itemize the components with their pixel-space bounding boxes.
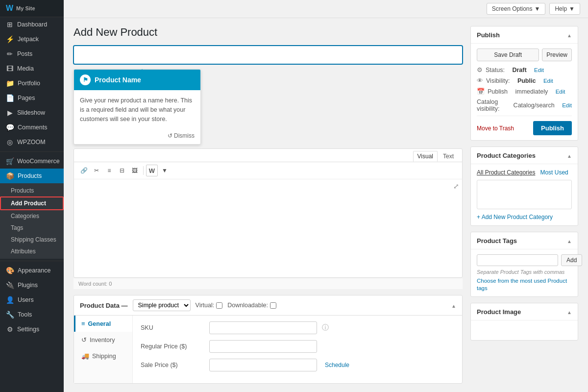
product-name-input[interactable] <box>74 46 463 64</box>
publish-time-icon: 📅 <box>477 88 485 95</box>
sidebar-item-plugins[interactable]: 🔌 Plugins <box>0 278 64 293</box>
screen-options-arrow: ▼ <box>535 5 540 12</box>
downloadable-checkbox[interactable] <box>270 302 276 309</box>
save-draft-button[interactable]: Save Draft <box>477 49 539 61</box>
data-tab-inventory[interactable]: ↺ Inventory <box>74 332 132 348</box>
tab-text[interactable]: Text <box>439 151 458 162</box>
sidebar-item-jetpack[interactable]: ⚡ Jetpack <box>0 32 64 47</box>
sidebar-item-settings[interactable]: ⚙ Settings <box>0 322 64 337</box>
users-icon: 👤 <box>6 296 14 304</box>
sidebar-item-tools[interactable]: 🔧 Tools <box>0 307 64 322</box>
sidebar: W My Site ⊞ Dashboard ⚡ Jetpack ✏ Posts … <box>0 0 64 392</box>
sidebar-item-slideshow[interactable]: ▶ Slideshow <box>0 105 64 120</box>
sidebar-item-appearance[interactable]: 🎨 Appearance <box>0 263 64 278</box>
sub-menu-item-add-product[interactable]: Add Product <box>0 196 64 210</box>
publish-button[interactable]: Publish <box>533 121 572 135</box>
categories-title: Product Categories <box>477 152 536 159</box>
wp-logo: W <box>6 4 13 13</box>
product-image-header[interactable]: Product Image <box>471 303 578 320</box>
catalog-edit-link[interactable]: Edit <box>562 102 572 108</box>
sidebar-item-users[interactable]: 👤 Users <box>0 293 64 307</box>
categories-box-header[interactable]: Product Categories <box>471 147 578 164</box>
tab-visual[interactable]: Visual <box>413 151 438 162</box>
tags-title: Product Tags <box>477 237 517 245</box>
product-image-toggle[interactable] <box>567 307 572 316</box>
sidebar-item-dashboard[interactable]: ⊞ Dashboard <box>0 17 64 32</box>
move-to-trash-link[interactable]: Move to Trash <box>477 125 514 132</box>
toolbar-table-btn[interactable]: ⊟ <box>116 165 128 176</box>
toolbar-w-btn[interactable]: W <box>146 165 158 176</box>
sidebar-item-pages[interactable]: 📄 Pages <box>0 91 64 105</box>
tags-hint: Separate Product Tags with commas <box>477 269 572 275</box>
sale-price-row: Sale Price ($) Schedule <box>141 359 454 371</box>
publish-toggle[interactable] <box>567 30 572 39</box>
categories-list-box[interactable] <box>477 180 572 209</box>
data-tab-general[interactable]: ≡ General <box>74 316 132 332</box>
sub-menu-item-all-products[interactable]: Products <box>0 185 64 196</box>
word-count-value: 0 <box>109 281 112 287</box>
product-type-select[interactable]: Simple product <box>133 299 191 311</box>
content-area: Add New Product ⚑ Product Name Give your… <box>64 18 588 392</box>
sub-menu-item-attributes[interactable]: Attributes <box>0 245 64 257</box>
screen-options-button[interactable]: Screen Options ▼ <box>487 3 546 15</box>
editor-maximize-btn[interactable]: ⤢ <box>453 182 459 190</box>
site-logo[interactable]: W My Site <box>0 0 64 17</box>
categories-toggle[interactable] <box>567 151 572 160</box>
sidebar-item-media[interactable]: 🎞 Media <box>0 61 64 76</box>
visibility-edit-link[interactable]: Edit <box>543 78 553 84</box>
sidebar-item-portfolio[interactable]: 📁 Portfolio <box>0 76 64 91</box>
word-count-label: Word count: <box>78 281 107 287</box>
catalog-label: Catalog visibility: <box>477 98 506 112</box>
tags-box-header[interactable]: Product Tags <box>471 232 578 249</box>
pages-icon: 📄 <box>6 94 14 102</box>
status-edit-link[interactable]: Edit <box>534 67 544 73</box>
product-image-body <box>471 320 578 340</box>
product-data-collapse[interactable] <box>451 302 456 309</box>
data-tab-shipping[interactable]: 🚚 Shipping <box>74 348 132 364</box>
editor-body[interactable]: ⤢ <box>74 179 462 277</box>
tags-toggle[interactable] <box>567 236 572 245</box>
visibility-label: Visibility: <box>486 77 510 84</box>
sidebar-label: Comments <box>18 124 47 131</box>
sidebar-item-wpzoom[interactable]: ◎ WPZOOM <box>0 135 64 149</box>
cat-tabs: All Product Categories Most Used <box>477 169 572 176</box>
comments-icon: 💬 <box>6 123 14 131</box>
sidebar-item-products[interactable]: 📦 Products <box>0 169 64 183</box>
help-button[interactable]: Help ▼ <box>549 3 580 15</box>
tooltip-dismiss-link[interactable]: ↺ Dismiss <box>168 132 195 139</box>
virtual-checkbox[interactable] <box>216 302 222 309</box>
sub-menu-item-categories[interactable]: Categories <box>0 210 64 222</box>
most-used-tags-link[interactable]: Choose from the most used Product tags <box>477 278 567 291</box>
sku-input[interactable] <box>209 321 317 334</box>
product-categories-box: Product Categories All Product Categorie… <box>470 147 578 226</box>
most-used-tab[interactable]: Most Used <box>540 169 568 176</box>
status-label: Status: <box>486 67 505 74</box>
all-categories-tab[interactable]: All Product Categories <box>477 169 535 176</box>
toolbar-cut-btn[interactable]: ✂ <box>91 165 102 176</box>
tooltip-title: Product Name <box>95 76 141 84</box>
tags-input[interactable] <box>477 254 558 266</box>
main-column: Add New Product ⚑ Product Name Give your… <box>74 26 463 384</box>
regular-price-input[interactable] <box>209 340 317 353</box>
toolbar-list-btn[interactable]: ≡ <box>103 165 115 176</box>
sub-menu-item-tags[interactable]: Tags <box>0 222 64 234</box>
editor-tabs: Visual Text <box>74 149 462 162</box>
woocommerce-icon: 🛒 <box>6 157 14 165</box>
tags-input-row: Add <box>477 254 572 266</box>
toolbar-dropdown-btn[interactable]: ▼ <box>159 165 171 176</box>
sidebar-item-posts[interactable]: ✏ Posts <box>0 47 64 61</box>
publish-box-header[interactable]: Publish <box>471 26 578 44</box>
shipping-icon: 🚚 <box>81 352 89 360</box>
sidebar-item-woocommerce[interactable]: 🛒 WooCommerce <box>0 154 64 169</box>
sale-price-input[interactable] <box>209 359 317 371</box>
toolbar-image-btn[interactable]: 🖼 <box>129 165 141 176</box>
add-new-category-link[interactable]: + Add New Product Category <box>477 214 553 220</box>
preview-button[interactable]: Preview <box>542 49 572 61</box>
add-tag-button[interactable]: Add <box>561 254 582 266</box>
schedule-link[interactable]: Schedule <box>325 362 349 368</box>
toolbar-link-btn[interactable]: 🔗 <box>78 165 90 176</box>
sub-menu-item-shipping-classes[interactable]: Shipping Classes <box>0 234 64 245</box>
site-title: My Site <box>16 5 35 11</box>
publish-time-edit-link[interactable]: Edit <box>556 89 565 95</box>
sidebar-item-comments[interactable]: 💬 Comments <box>0 120 64 135</box>
